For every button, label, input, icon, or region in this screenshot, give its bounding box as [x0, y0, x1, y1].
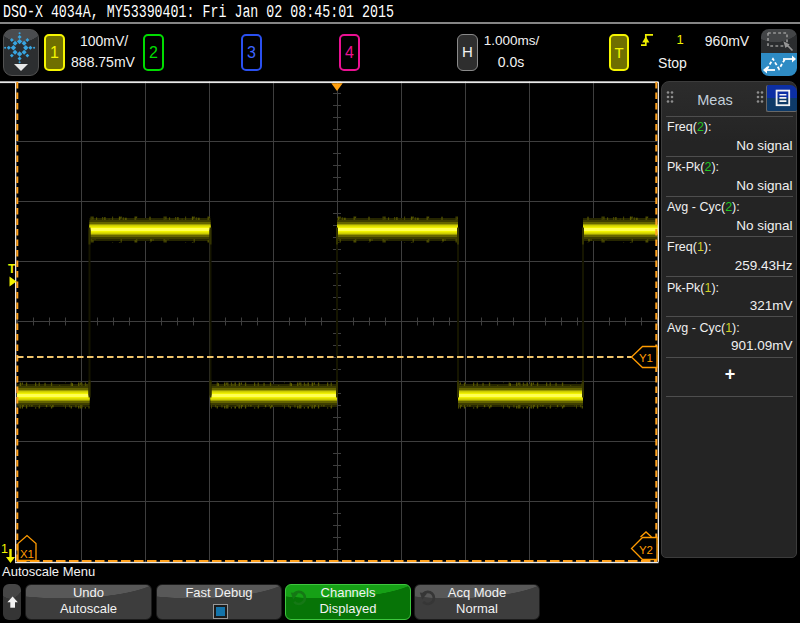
svg-text:Y2: Y2	[639, 544, 653, 556]
svg-text:Y1: Y1	[639, 352, 653, 364]
svg-text:X1: X1	[20, 548, 34, 560]
svg-text:1: 1	[1, 542, 8, 556]
svg-text:T: T	[8, 262, 16, 276]
